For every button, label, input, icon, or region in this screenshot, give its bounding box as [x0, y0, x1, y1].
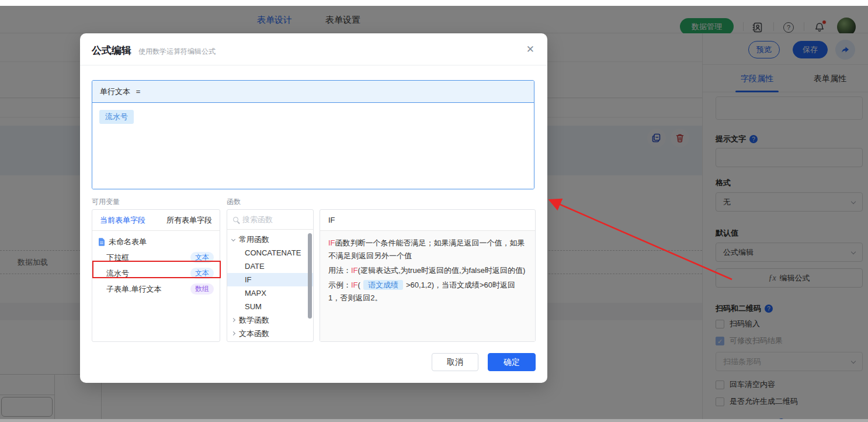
- function-search[interactable]: [227, 210, 313, 230]
- functions-panel: 常用函数 CONCATENATE DATE IF MAPX SUM 数学函数 文…: [227, 209, 314, 342]
- function-search-input[interactable]: [242, 215, 298, 224]
- search-icon: [233, 217, 238, 222]
- tree-node-form[interactable]: 未命名表单: [92, 234, 220, 250]
- scrollbar-track[interactable]: [0, 419, 868, 422]
- scrollbar-thumb[interactable]: [308, 233, 312, 319]
- function-item-mapx[interactable]: MAPX: [227, 286, 313, 300]
- type-badge: 文本: [190, 268, 214, 279]
- close-icon[interactable]: ✕: [526, 44, 534, 54]
- formula-editor-box[interactable]: 单行文本 = 流水号: [92, 80, 534, 189]
- function-group-text[interactable]: 文本函数: [227, 327, 313, 340]
- function-item-date[interactable]: DATE: [227, 260, 313, 273]
- field-token: 语文成绩: [363, 280, 403, 290]
- function-detail-description: IF函数判断一个条件能否满足；如果满足返回一个值，如果不满足则返回另外一个值 用…: [320, 231, 535, 341]
- formula-token[interactable]: 流水号: [99, 110, 134, 124]
- variables-tabs: 当前表单字段 所有表单字段: [92, 210, 220, 231]
- variable-field-serial-number[interactable]: 流水号 文本: [92, 265, 220, 281]
- function-detail-name: IF: [320, 210, 535, 231]
- tab-current-form-fields[interactable]: 当前表单字段: [100, 215, 145, 226]
- formula-target-row: 单行文本 =: [92, 81, 534, 103]
- function-item-concatenate[interactable]: CONCATENATE: [227, 246, 313, 260]
- formula-editor-modal: 公式编辑 使用数学运算符编辑公式 ✕ 单行文本 = 流水号 可用变量 函数 当前…: [80, 33, 547, 383]
- function-item-if[interactable]: IF: [227, 273, 313, 286]
- caret-down-icon: [231, 237, 235, 241]
- modal-header: 公式编辑 使用数学运算符编辑公式 ✕: [80, 33, 547, 65]
- variable-field-dropdown[interactable]: 下拉框 文本: [92, 250, 220, 265]
- app-root: 表单设计 表单设置 数据管理 ?: [0, 0, 868, 422]
- document-icon: [98, 238, 105, 246]
- variable-field-subform-text[interactable]: 子表单.单行文本 数组: [92, 281, 220, 297]
- confirm-button[interactable]: 确定: [488, 353, 536, 371]
- function-group-common[interactable]: 常用函数: [227, 233, 313, 246]
- variables-panel-label: 可用变量: [92, 197, 120, 207]
- type-badge: 数组: [190, 283, 214, 295]
- caret-right-icon: [231, 318, 235, 322]
- functions-panel-label: 函数: [227, 197, 241, 207]
- formula-body[interactable]: 流水号: [92, 103, 534, 189]
- cancel-button[interactable]: 取消: [432, 353, 478, 371]
- modal-title: 公式编辑: [92, 44, 131, 57]
- type-badge: 文本: [190, 252, 214, 263]
- variables-panel: 当前表单字段 所有表单字段 未命名表单 下拉框 文本 流水号 文本 子表单: [92, 209, 220, 342]
- formula-target: 单行文本: [100, 87, 130, 96]
- function-item-sum[interactable]: SUM: [227, 300, 313, 313]
- function-detail-panel: IF IF函数判断一个条件能否满足；如果满足返回一个值，如果不满足则返回另外一个…: [320, 209, 536, 342]
- function-group-math[interactable]: 数学函数: [227, 313, 313, 327]
- equals-sign: =: [136, 87, 141, 96]
- caret-right-icon: [231, 331, 235, 335]
- modal-subtitle: 使用数学运算符编辑公式: [138, 47, 216, 57]
- tab-all-form-fields[interactable]: 所有表单字段: [166, 215, 212, 226]
